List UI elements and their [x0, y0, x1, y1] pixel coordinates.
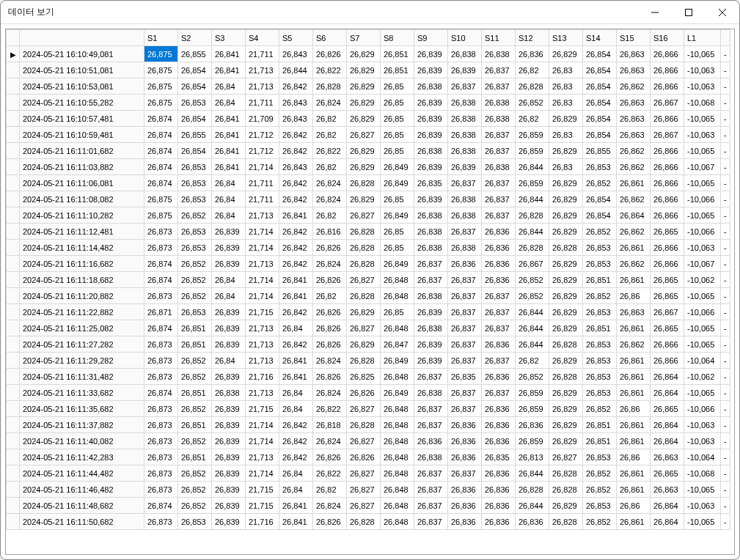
cell-s8[interactable]: 26,849 [381, 385, 414, 401]
table-row[interactable]: 2024-05-21 16:11:27,28226,87326,85126,83… [7, 336, 730, 353]
cell-s5[interactable]: 26,84 [279, 320, 313, 336]
cell-s1[interactable]: 26,873 [144, 288, 178, 304]
timestamp-cell[interactable]: 2024-05-21 16:11:08,082 [20, 191, 144, 207]
cell-l1[interactable]: -10,065 [684, 175, 721, 191]
timestamp-cell[interactable]: 2024-05-21 16:10:51,081 [20, 62, 144, 78]
cell-s1[interactable]: 26,873 [144, 482, 178, 498]
cell-s8[interactable]: 26,85 [381, 304, 414, 320]
cell-s14[interactable]: 26,853 [583, 498, 617, 514]
cell-s7[interactable]: 26,827 [347, 127, 381, 143]
cell-s13[interactable]: 26,829 [549, 304, 583, 320]
cell-s11[interactable]: 26,836 [482, 224, 516, 240]
cell-s5[interactable]: 26,841 [279, 207, 313, 224]
table-row[interactable]: 2024-05-21 16:11:10,28226,87526,85226,84… [7, 207, 730, 224]
cell-s3[interactable]: 26,84 [212, 207, 246, 224]
cell-s7[interactable]: 26,829 [347, 304, 381, 320]
cell-s16[interactable]: 26,865 [651, 224, 684, 240]
cell-s15[interactable]: 26,861 [617, 240, 651, 256]
cell-s15[interactable]: 26,863 [617, 127, 651, 143]
cell-s16[interactable]: 26,866 [651, 175, 684, 191]
cell-s5[interactable]: 26,842 [279, 143, 313, 159]
cell-s15[interactable]: 26,863 [617, 62, 651, 78]
cell-s6[interactable]: 26,822 [313, 465, 347, 482]
cell-s10[interactable]: 26,837 [448, 288, 482, 304]
cell-s15[interactable]: 26,862 [617, 336, 651, 353]
column-header-s12[interactable]: S12 [516, 30, 549, 46]
cell-s3[interactable]: 26,839 [212, 433, 246, 449]
cell-s1[interactable]: 26,875 [144, 78, 178, 95]
cell-s13[interactable]: 26,828 [549, 514, 583, 530]
cell-s7[interactable]: 26,827 [347, 272, 381, 288]
table-row[interactable]: 2024-05-21 16:11:50,68226,87326,85326,83… [7, 514, 730, 530]
table-row[interactable]: 2024-05-21 16:11:25,08226,87426,85126,83… [7, 320, 730, 336]
cell-s10[interactable]: 26,839 [448, 62, 482, 78]
cell-l1[interactable]: -10,068 [684, 95, 721, 111]
cell-l1[interactable]: -10,065 [684, 288, 721, 304]
table-row[interactable]: 2024-05-21 16:11:33,68226,87426,85126,83… [7, 385, 730, 401]
cell-s7[interactable]: 26,825 [347, 369, 381, 385]
table-row[interactable]: 2024-05-21 16:10:55,28226,87526,85326,84… [7, 95, 730, 111]
cell-s8[interactable]: 26,849 [381, 175, 414, 191]
cell-s6[interactable]: 26,822 [313, 401, 347, 417]
cell-s12[interactable]: 26,82 [516, 353, 549, 369]
cell-s3[interactable]: 26,841 [212, 46, 246, 62]
cell-s2[interactable]: 26,852 [178, 288, 212, 304]
cell-s8[interactable]: 26,849 [381, 159, 414, 175]
cell-s7[interactable]: 26,826 [347, 449, 381, 465]
cell-s12[interactable]: 26,859 [516, 385, 549, 401]
timestamp-cell[interactable]: 2024-05-21 16:11:50,682 [20, 514, 144, 530]
cell-s9[interactable]: 26,837 [414, 482, 448, 498]
cell-s16[interactable]: 26,864 [651, 369, 684, 385]
cell-s11[interactable]: 26,837 [482, 353, 516, 369]
cell-s2[interactable]: 26,852 [178, 401, 212, 417]
cell-s14[interactable]: 26,853 [583, 353, 617, 369]
column-header-s6[interactable]: S6 [313, 30, 347, 46]
cell-s14[interactable]: 26,851 [583, 433, 617, 449]
timestamp-cell[interactable]: 2024-05-21 16:10:57,481 [20, 111, 144, 127]
cell-l1[interactable]: -10,066 [684, 224, 721, 240]
timestamp-cell[interactable]: 2024-05-21 16:10:55,282 [20, 95, 144, 111]
cell-s12[interactable]: 26,828 [516, 240, 549, 256]
cell-s1[interactable]: 26,873 [144, 514, 178, 530]
cell-s4[interactable]: 21,715 [246, 401, 279, 417]
cell-s5[interactable]: 26,841 [279, 288, 313, 304]
cell-s2[interactable]: 26,853 [178, 95, 212, 111]
cell-s11[interactable]: 26,836 [482, 417, 516, 433]
cell-s14[interactable]: 26,855 [583, 143, 617, 159]
cell-s15[interactable]: 26,863 [617, 304, 651, 320]
timestamp-cell[interactable]: 2024-05-21 16:11:35,682 [20, 401, 144, 417]
table-row[interactable]: 2024-05-21 16:11:20,88226,87326,85226,84… [7, 288, 730, 304]
cell-s2[interactable]: 26,855 [178, 46, 212, 62]
cell-l1[interactable]: -10,065 [684, 111, 721, 127]
cell-s2[interactable]: 26,854 [178, 143, 212, 159]
cell-s5[interactable]: 26,841 [279, 272, 313, 288]
cell-s13[interactable]: 26,828 [549, 336, 583, 353]
cell-s12[interactable]: 26,844 [516, 304, 549, 320]
cell-s12[interactable]: 26,859 [516, 175, 549, 191]
cell-s10[interactable]: 26,838 [448, 191, 482, 207]
cell-s6[interactable]: 26,824 [313, 256, 347, 272]
cell-s13[interactable]: 26,83 [549, 127, 583, 143]
cell-s7[interactable]: 26,828 [347, 224, 381, 240]
cell-l1[interactable]: -10,065 [684, 482, 721, 498]
cell-s14[interactable]: 26,854 [583, 62, 617, 78]
cell-s7[interactable]: 26,827 [347, 465, 381, 482]
cell-s13[interactable]: 26,83 [549, 62, 583, 78]
cell-s9[interactable]: 26,838 [414, 224, 448, 240]
cell-s12[interactable]: 26,859 [516, 127, 549, 143]
cell-s5[interactable]: 26,842 [279, 417, 313, 433]
cell-s16[interactable]: 26,865 [651, 401, 684, 417]
cell-s10[interactable]: 26,837 [448, 385, 482, 401]
cell-s15[interactable]: 26,86 [617, 449, 651, 465]
cell-s3[interactable]: 26,84 [212, 288, 246, 304]
cell-s11[interactable]: 26,837 [482, 143, 516, 159]
cell-s12[interactable]: 26,82 [516, 62, 549, 78]
cell-s2[interactable]: 26,853 [178, 159, 212, 175]
cell-s4[interactable]: 21,713 [246, 353, 279, 369]
cell-s9[interactable]: 26,838 [414, 385, 448, 401]
cell-s1[interactable]: 26,873 [144, 401, 178, 417]
cell-s14[interactable]: 26,854 [583, 111, 617, 127]
cell-s12[interactable]: 26,828 [516, 482, 549, 498]
cell-s8[interactable]: 26,848 [381, 449, 414, 465]
cell-s4[interactable]: 21,711 [246, 95, 279, 111]
